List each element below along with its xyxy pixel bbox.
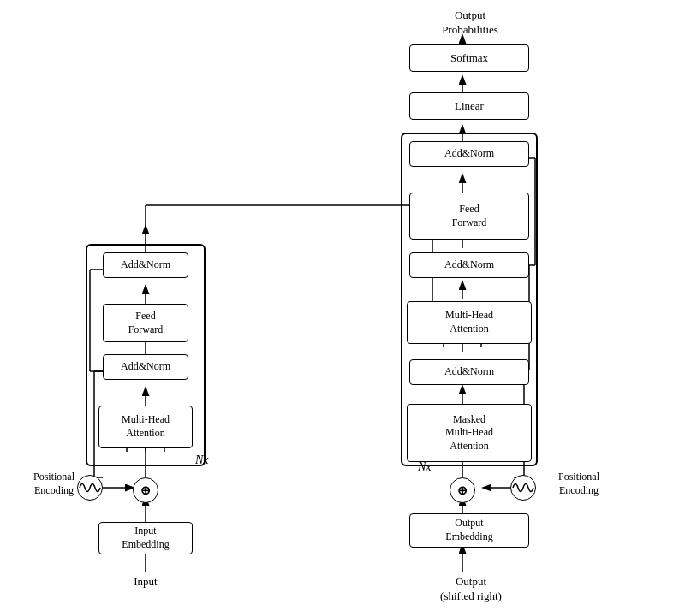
encoder-plus-circle: ⊕ xyxy=(133,477,158,503)
encoder-add-norm-1: Add&Norm xyxy=(103,354,188,380)
decoder-plus-circle: ⊕ xyxy=(450,477,475,503)
encoder-nx-label: Nx xyxy=(195,453,209,467)
decoder-add-norm-3: Add&Norm xyxy=(409,141,529,167)
decoder-add-norm-2: Add&Norm xyxy=(409,252,529,278)
encoder-input-embedding: Input Embedding xyxy=(98,522,193,554)
decoder-output-embedding: Output Embedding xyxy=(409,513,529,548)
encoder-feed-forward: Feed Forward xyxy=(103,304,188,342)
decoder-multi-head-attention: Multi-Head Attention xyxy=(407,301,532,344)
output-probabilities-label: OutputProbabilities xyxy=(420,9,521,38)
encoder-input-label: Input xyxy=(120,575,171,589)
decoder-positional-encoding-icon xyxy=(510,475,536,500)
encoder-positional-encoding-label: PositionalEncoding xyxy=(24,471,84,497)
decoder-positional-encoding-label: PositionalEncoding xyxy=(545,471,613,497)
linear-box: Linear xyxy=(409,92,529,120)
encoder-add-norm-2: Add&Norm xyxy=(103,252,188,278)
encoder-multi-head-attention: Multi-Head Attention xyxy=(98,406,193,448)
decoder-masked-multi-head-attention: Masked Multi-Head Attention xyxy=(407,404,532,462)
decoder-feed-forward: Feed Forward xyxy=(409,192,529,240)
diagram-container: Nx Add&Norm Feed Forward Add&Norm Multi-… xyxy=(0,0,685,616)
decoder-add-norm-1: Add&Norm xyxy=(409,359,529,385)
decoder-nx-label: Nx xyxy=(418,460,432,474)
softmax-box: Softmax xyxy=(409,44,529,72)
decoder-output-label: Output(shifted right) xyxy=(424,575,518,604)
